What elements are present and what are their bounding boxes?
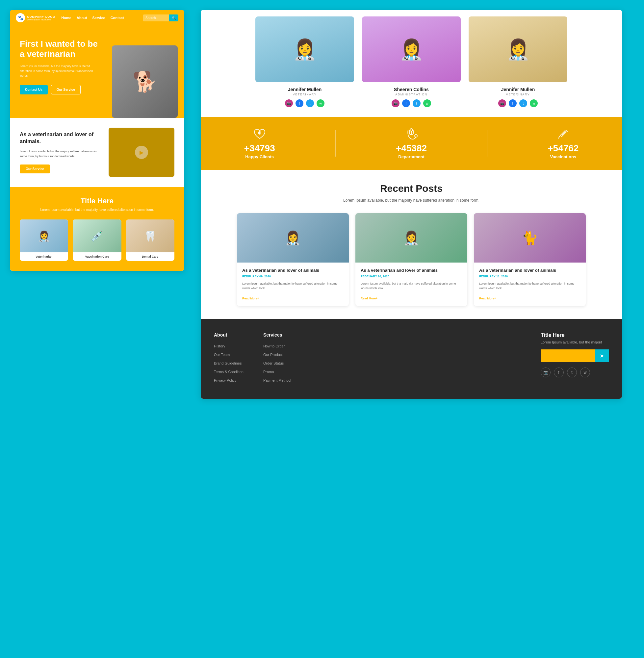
stethoscope-icon	[405, 127, 418, 140]
svg-line-7	[558, 136, 560, 139]
newsletter-input[interactable]	[541, 349, 595, 362]
footer-link-order-status[interactable]: Order Status	[263, 361, 284, 365]
team-photo-3: 👩‍⚕️	[468, 17, 567, 82]
footer-twitter-icon[interactable]: t	[567, 368, 577, 377]
stat-number-1: +34793	[244, 143, 275, 154]
hero-description: Lorem ipsum available, but the majority …	[20, 64, 99, 78]
team-role-1: VETERINARY	[255, 93, 354, 96]
footer-link-history[interactable]: History	[214, 344, 225, 348]
about-text: As a veterinarian and lover of animals. …	[20, 131, 102, 173]
twitter-icon-1[interactable]: t	[306, 99, 314, 107]
list-item: Terms & Condition	[214, 369, 244, 374]
twitter-icon-3[interactable]: t	[519, 99, 527, 107]
read-more-3[interactable]: Read More+	[479, 297, 496, 300]
stat-label-3: Vaccinations	[550, 154, 576, 159]
read-more-2[interactable]: Read More+	[361, 297, 377, 300]
service-card-img-vac: 💉	[73, 219, 121, 252]
whatsapp-icon-3[interactable]: w	[530, 99, 538, 107]
post-date-2: FEBRUARY 10, 2020	[361, 275, 462, 278]
stat-number-3: +54762	[548, 143, 578, 154]
svg-point-3	[410, 128, 413, 131]
post-excerpt-2: Lorem ipsum available, but tha majo rity…	[361, 281, 462, 291]
stats-section: +34793 Happy Clients +45382 Departament	[201, 117, 622, 170]
heart-icon	[253, 127, 266, 140]
instagram-icon-1[interactable]: 📷	[285, 99, 293, 107]
our-service-button[interactable]: Our Service	[51, 85, 80, 94]
stat-divider-2	[487, 130, 487, 157]
footer-link-our-product[interactable]: Our Product	[263, 353, 283, 357]
footer-services-links: How to Order Our Product Order Status Pr…	[263, 343, 291, 383]
about-description: Lorem Ipsum available but the majoty suf…	[20, 149, 102, 159]
post-date-1: FEBRUARY 09, 2020	[242, 275, 344, 278]
footer-link-terms[interactable]: Terms & Condition	[214, 370, 244, 374]
footer-link-privacy[interactable]: Privacy Policy	[214, 378, 236, 382]
footer-services-col: Services How to Order Our Product Order …	[263, 332, 291, 385]
stat-happy-clients: +34793 Happy Clients	[244, 127, 275, 160]
footer-about-col: About History Our Team Brand Guidelines …	[214, 332, 244, 385]
team-name-3: Jennifer Mullen	[468, 87, 567, 92]
list-item: History	[214, 343, 244, 349]
footer-whatsapp-icon[interactable]: w	[580, 368, 590, 377]
instagram-icon-3[interactable]: 📷	[498, 99, 506, 107]
team-card-1: 👩‍⚕️ Jennifer Mullen VETERINARY 📷 f t w	[255, 17, 354, 107]
whatsapp-icon-1[interactable]: w	[317, 99, 324, 107]
post-content-1: As a veterinarian and lover of animals F…	[237, 262, 349, 306]
footer-facebook-icon[interactable]: f	[554, 368, 564, 377]
search-input[interactable]	[143, 15, 169, 21]
team-role-2: ADMINISTRATION	[362, 93, 461, 96]
instagram-icon-2[interactable]: 📷	[392, 99, 399, 107]
team-photo-2: 👩‍⚕️	[362, 17, 461, 82]
footer-link-payment[interactable]: Payment Method	[263, 378, 291, 382]
post-title-1: As a veterinarian and lover of animals	[242, 268, 344, 273]
recent-posts-subtitle: Lorem Ipsum available, but the majority …	[214, 197, 609, 203]
services-subtitle: Lorem Ipsum available, but the majority …	[20, 208, 175, 212]
facebook-icon-1[interactable]: f	[296, 99, 303, 107]
footer-link-brand[interactable]: Brand Guidelines	[214, 361, 242, 365]
contact-us-button[interactable]: Contact Us	[20, 85, 48, 94]
facebook-icon-3[interactable]: f	[509, 99, 516, 107]
list-item: Promo	[263, 369, 291, 374]
dog-placeholder: 🐕	[112, 45, 178, 118]
stat-divider-1	[335, 130, 336, 157]
svg-line-8	[563, 133, 564, 134]
post-content-2: As a veterinarian and lover of animals F…	[355, 262, 467, 306]
list-item: How to Order	[263, 343, 291, 349]
read-more-1[interactable]: Read More+	[242, 297, 259, 300]
nav-about[interactable]: About	[77, 16, 87, 20]
newsletter-submit-button[interactable]: ➤	[595, 349, 609, 362]
hero-content: First I wanted to be a veterinarian Lore…	[20, 39, 99, 94]
nav-home[interactable]: Home	[61, 16, 71, 20]
stat-vaccinations: +54762 Vaccinations	[548, 127, 578, 160]
list-item: Our Team	[214, 351, 244, 357]
team-card-3: 👩‍⚕️ Jennifer Mullen VETERINARY 📷 f t w	[468, 17, 567, 107]
service-card-label-vac: Vaccination Care	[73, 252, 121, 261]
post-image-3: 🐈	[474, 213, 586, 262]
footer-newsletter-subtitle: Lorem Ipsum available, but the majorit	[541, 340, 609, 344]
posts-grid: 👩‍⚕️ As a veterinarian and lover of anim…	[214, 213, 609, 306]
whatsapp-icon-2[interactable]: w	[423, 99, 431, 107]
footer-instagram-icon[interactable]: 📷	[541, 368, 551, 377]
nav-contact[interactable]: Contact	[111, 16, 124, 20]
recent-posts-title: Recent Posts	[214, 183, 609, 194]
footer-social-icons: 📷 f t w	[541, 368, 609, 377]
team-name-2: Sheeren Collins	[362, 87, 461, 92]
post-image-1: 👩‍⚕️	[237, 213, 349, 262]
about-video: ▶	[109, 128, 175, 177]
twitter-icon-2[interactable]: t	[413, 99, 420, 107]
svg-line-9	[564, 132, 565, 133]
footer-link-our-team[interactable]: Our Team	[214, 353, 230, 357]
list-item: Privacy Policy	[214, 377, 244, 383]
facebook-icon-2[interactable]: f	[402, 99, 410, 107]
nav-service[interactable]: Service	[92, 16, 105, 20]
service-card-label-vet: Veterinarian	[20, 252, 68, 261]
services-title: Title Here	[20, 197, 175, 205]
left-panel: 🐾 COMPANY LOGO Lorem ipsum revolution Ho…	[10, 10, 184, 271]
social-icons-2: 📷 f t w	[362, 99, 461, 107]
footer-link-how-to-order[interactable]: How to Order	[263, 344, 285, 348]
search-button[interactable]: 🔍	[169, 15, 178, 21]
hero-buttons: Contact Us Our Service	[20, 85, 99, 94]
team-photo-1: 👩‍⚕️	[255, 17, 354, 82]
footer-link-promo[interactable]: Promo	[263, 370, 274, 374]
list-item: Payment Method	[263, 377, 291, 383]
about-service-button[interactable]: Our Service	[20, 164, 50, 173]
